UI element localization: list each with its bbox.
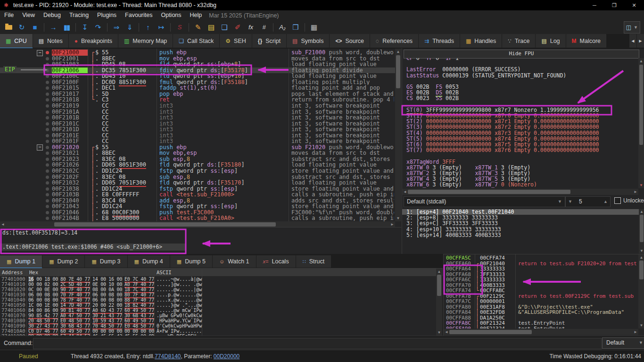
tab-threads[interactable]: ⇉Threads bbox=[419, 34, 460, 48]
checkbox-icon[interactable] bbox=[614, 197, 621, 204]
dump-row[interactable]: 7740109030 27 43 7730 6B 43 7770 48 50 7… bbox=[0, 323, 436, 328]
row-dot-icon[interactable] bbox=[46, 146, 49, 149]
row-dot-icon[interactable] bbox=[46, 158, 49, 161]
disasm-row[interactable]: −00F21000┌$55push ebpsub_F21000 push wor… bbox=[0, 50, 395, 56]
disasm-row[interactable]: 00F2103B│.E8 C0FFFFFFcall <test.sub_F210… bbox=[0, 192, 395, 198]
calling-convention-select[interactable]: Default (stdcall) ▼ bbox=[404, 196, 565, 207]
minimize-button[interactable]: ─ bbox=[585, 0, 604, 10]
tab-script[interactable]: {}Script bbox=[252, 34, 287, 48]
row-dot-icon[interactable] bbox=[46, 81, 49, 84]
row-dot-icon[interactable] bbox=[46, 75, 49, 78]
disasm-row[interactable]: 00F2101DCCint3int 3, software breakpoint bbox=[0, 126, 395, 133]
step-into-button[interactable]: ↧ bbox=[79, 22, 91, 33]
stack-row[interactable]: 00CFFA68│3FF33333 bbox=[444, 272, 638, 278]
stack-hscrollbar[interactable]: ◄ ► bbox=[444, 329, 638, 335]
parameter-address-link[interactable]: 00D20000 bbox=[214, 353, 239, 360]
dump-row[interactable]: 7740103006 00 08 0070 7F 40 7706 00 08 0… bbox=[0, 292, 436, 297]
tab-struct[interactable]: ∷Struct bbox=[296, 255, 332, 268]
disasm-vscrollbar[interactable]: ▲ ▼ bbox=[395, 49, 401, 221]
stack-row[interactable]: 00CFFA6C│33333333 bbox=[444, 277, 638, 283]
row-dot-icon[interactable] bbox=[46, 86, 49, 90]
tab-locals[interactable]: x=Locals bbox=[256, 255, 296, 268]
tab-dump-5[interactable]: ▦Dump 5 bbox=[170, 255, 213, 268]
stack-vscrollbar[interactable]: ▲ ▼ bbox=[638, 254, 644, 328]
hide-fpu-button[interactable]: Hide FPU bbox=[404, 50, 639, 59]
spin-up-icon[interactable]: ▲ bbox=[603, 197, 608, 206]
assemble-fx-button[interactable]: fx bbox=[245, 22, 257, 33]
row-dot-icon[interactable] bbox=[46, 199, 49, 202]
disasm-row[interactable]: 00F21019CCint3int 3, software breakpoint bbox=[0, 103, 395, 109]
argument-count-stepper[interactable]: ▼ 5 ▲ bbox=[565, 196, 611, 207]
dump-row[interactable]: 774010A0C0 D7 46 7760 49 50 7700 00 00 0… bbox=[0, 328, 436, 334]
registers-vscrollbar[interactable]: ▲ ▼ bbox=[638, 58, 644, 188]
disasm-row[interactable]: 00F21021│.8BECmov ebp,espmoves data from… bbox=[0, 150, 395, 156]
collapse-toggle-icon[interactable]: − bbox=[37, 50, 43, 56]
tab-symbols[interactable]: ▤Symbols bbox=[287, 34, 330, 48]
stack-row[interactable]: 00CFFA80│00E31AF8&"D:\\Project\\test.exe… bbox=[444, 304, 638, 310]
row-dot-icon[interactable] bbox=[46, 128, 49, 131]
stack-row[interactable]: 00CFFA8C│00F21324test.EntryPoint bbox=[444, 320, 638, 326]
menu-plugins[interactable]: Plugins bbox=[93, 10, 121, 20]
dump-vscrollbar[interactable]: ▲ ▼ bbox=[436, 269, 442, 336]
step-over-button[interactable]: ↷ bbox=[92, 22, 104, 33]
detach-button[interactable]: ✐ bbox=[231, 22, 244, 33]
spin-down-icon[interactable]: ▼ bbox=[568, 197, 572, 206]
step-into-trace-button[interactable]: ⇓ bbox=[124, 22, 136, 33]
tab-log[interactable]: ▤Log bbox=[536, 34, 566, 48]
dump-row[interactable]: 774010200C 00 0E 0090 7F 40 7708 00 0A 0… bbox=[0, 287, 436, 292]
tab-trace[interactable]: ∵Trace bbox=[502, 34, 536, 48]
tab-dump-4[interactable]: ▦Dump 4 bbox=[128, 255, 170, 268]
row-dot-icon[interactable] bbox=[46, 57, 49, 60]
device-button[interactable]: ❒ bbox=[289, 22, 302, 33]
pause-button[interactable]: ▮▮ bbox=[60, 22, 73, 33]
tab-cpu[interactable]: ▦CPU bbox=[0, 34, 33, 49]
row-dot-icon[interactable] bbox=[46, 63, 49, 66]
row-dot-icon[interactable] bbox=[46, 193, 49, 196]
stack-row[interactable]: 00CFFA70│400B3333 bbox=[444, 283, 638, 288]
row-dot-icon[interactable] bbox=[46, 110, 49, 114]
stack-row[interactable]: 00CFFA5C00CFFA74 bbox=[444, 255, 638, 261]
menu-file[interactable]: File bbox=[0, 10, 18, 20]
dump-row[interactable]: 7740108020 48 50 77E0 48 50 7710 59 43 7… bbox=[0, 318, 436, 323]
row-dot-icon[interactable] bbox=[46, 104, 49, 108]
argument-row[interactable]: 3: [esp+C] 3FF33333 3FF33333 bbox=[402, 220, 642, 226]
tab-seh[interactable]: ⚙SEH bbox=[220, 34, 252, 48]
row-dot-icon[interactable] bbox=[46, 217, 49, 220]
entry-address-link[interactable]: 774D8140 bbox=[155, 353, 181, 360]
row-dot-icon[interactable] bbox=[46, 116, 49, 119]
menu-options[interactable]: Options bbox=[157, 10, 185, 20]
row-dot-icon[interactable] bbox=[46, 122, 49, 126]
tab-dump-2[interactable]: ▦Dump 2 bbox=[42, 255, 85, 268]
open-file-button[interactable] bbox=[2, 22, 15, 33]
seh-chain-button[interactable]: S bbox=[173, 22, 186, 33]
stop-button[interactable]: ■ bbox=[29, 22, 41, 33]
registers-hscrollbar[interactable]: ◄ ► bbox=[402, 189, 638, 195]
command-input[interactable] bbox=[33, 338, 602, 349]
disasm-row[interactable]: 00F2104B│.E8 50000000call <test.sub_F210… bbox=[0, 215, 395, 221]
row-dot-icon[interactable] bbox=[46, 93, 49, 96]
close-button[interactable]: ✕ bbox=[624, 0, 644, 10]
dump-row[interactable]: 7740104006 00 08 0078 7F 40 7706 00 08 0… bbox=[0, 297, 436, 303]
tab-memory-map[interactable]: ▥Memory Map bbox=[118, 34, 173, 48]
menu-view[interactable]: View bbox=[18, 10, 39, 20]
stack-row[interactable]: 00CFFA64│33333333 bbox=[444, 266, 638, 272]
run-to-user-code-button[interactable]: ⇒ bbox=[110, 22, 123, 33]
comment-button[interactable]: ▤ bbox=[205, 22, 217, 33]
disasm-row[interactable]: 00F2101FCCint3int 3, software breakpoint bbox=[0, 138, 395, 144]
row-dot-icon[interactable] bbox=[46, 152, 49, 155]
dump-row[interactable]: 774010501C 00 1E 0014 7D 40 7720 00 22 0… bbox=[0, 303, 436, 308]
dump-row[interactable]: 7740100016 00 18 0080 7E 40 7714 00 16 0… bbox=[0, 277, 436, 282]
row-dot-icon[interactable] bbox=[46, 181, 49, 185]
stack-row[interactable]: 00CFFA60┌00F21040return to test.sub_F210… bbox=[444, 261, 638, 267]
tab-scroll-right-button[interactable]: ► bbox=[636, 34, 644, 48]
maximize-button[interactable]: ❐ bbox=[604, 0, 624, 10]
disasm-row[interactable]: 00F2102C│.DD1C24fstp qword ptr ss:[esp]s… bbox=[0, 168, 395, 174]
run-button[interactable]: → bbox=[47, 22, 59, 33]
tab-dump-3[interactable]: ▦Dump 3 bbox=[85, 255, 127, 268]
tab-watch-1[interactable]: ☺Watch 1 bbox=[213, 255, 256, 268]
row-dot-icon[interactable] bbox=[46, 140, 49, 143]
row-dot-icon[interactable] bbox=[46, 211, 49, 214]
tab-dump-1[interactable]: ▦Dump 1 bbox=[0, 255, 42, 269]
tab-source[interactable]: <>Source bbox=[330, 34, 370, 48]
arguments-vscrollbar[interactable]: ▲ ▼ bbox=[639, 209, 644, 253]
